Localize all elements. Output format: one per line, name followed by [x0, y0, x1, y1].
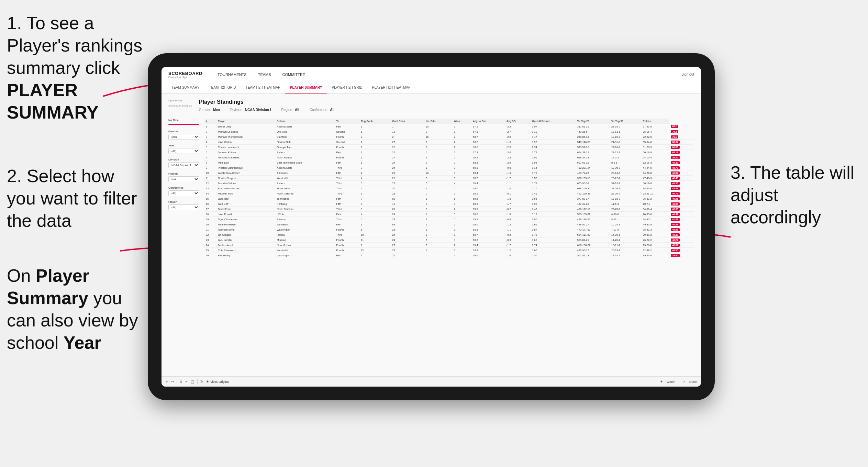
- table-cell-6-10: 2.01: [531, 155, 576, 160]
- sub-nav-player-h2h-heatmap[interactable]: PLAYER H2H HEATMAP: [367, 82, 415, 93]
- filter-no-rds-slider[interactable]: [168, 124, 199, 125]
- table-cell-11-13: 50-18-6: [642, 181, 669, 186]
- table-cell-24-10: 1.65: [531, 248, 576, 253]
- table-row[interactable]: 20Matthew RiedelVanderbiltFifth1681269.0…: [204, 222, 694, 227]
- sub-nav-team-h2h-grid[interactable]: TEAM H2H GRID: [204, 82, 241, 93]
- table-row[interactable]: 9Preston SummerhaysArizona StateThird324…: [204, 165, 694, 170]
- table-cell-7-6: 2: [424, 160, 453, 165]
- filter-conference-select[interactable]: (All): [168, 190, 199, 196]
- nav-item-teams[interactable]: TEAMS: [253, 71, 276, 78]
- refresh-icon[interactable]: ↻: [200, 380, 203, 383]
- update-time-label: Update time:: [168, 99, 192, 102]
- table-cell-25-9: -1.6: [505, 253, 531, 258]
- table-row[interactable]: 25Cole SherwoodVanderbiltFourth12231169.…: [204, 248, 694, 253]
- table-cell-15-7: 3: [453, 201, 471, 207]
- table-cell-8-4: 3: [359, 165, 391, 170]
- sub-nav-player-h2h-grid[interactable]: PLAYER H2H GRID: [327, 82, 367, 93]
- table-row[interactable]: 11Gordon SargentVanderbiltThird4210368.7…: [204, 176, 694, 181]
- table-row[interactable]: 26Petr HrubyWashingtonFifth7250168.6-1.6…: [204, 253, 694, 258]
- table-cell-25-2: Washington: [276, 253, 335, 258]
- copy-icon[interactable]: ⧉: [180, 380, 182, 384]
- table-cell-25-12: 17-14-2: [610, 253, 642, 258]
- filter-gender-select[interactable]: Men Women: [168, 134, 199, 140]
- undo-icon[interactable]: ↩: [166, 380, 168, 383]
- sub-nav-team-h2h-heatmap[interactable]: TEAM H2H HEATMAP: [241, 82, 285, 93]
- table-cell-7-4: 1: [359, 160, 391, 165]
- meta-conference: Conference: All: [310, 108, 334, 112]
- table-cell-5-13: 50-19-9: [642, 150, 669, 155]
- table-cell-11-7: 4: [453, 181, 471, 186]
- table-cell-9-2: Arkansas: [276, 170, 335, 176]
- table-cell-1-2: Ole Miss: [276, 129, 335, 134]
- table-row[interactable]: 1Wenyi DingArizona StateFirst1115167.1-3…: [204, 124, 694, 129]
- table-row[interactable]: 4Luke ClatonFlorida StateSecond1276268.2…: [204, 140, 694, 145]
- table-cell-2-7: 2: [453, 134, 471, 140]
- table-cell-9-6: 10: [424, 170, 453, 176]
- table-cell-23-3: Fourth: [335, 243, 360, 248]
- watch-label[interactable]: Watch: [667, 380, 675, 383]
- table-cell-13-4: 1: [359, 191, 391, 196]
- table-row[interactable]: 21Taehoon SongWashingtonFourth1231169.3-…: [204, 227, 694, 232]
- table-cell-4-4: 2: [359, 145, 391, 150]
- table-row[interactable]: 2Michael La SassoOle MissSecond1180167.1…: [204, 129, 694, 134]
- table-cell-21-0: 22: [204, 232, 216, 237]
- table-row[interactable]: 3Michael ThorbjornsenStanfordFourth22162…: [204, 134, 694, 140]
- table-cell-11-3: Third: [335, 181, 360, 186]
- col-avg-sg: Avg SG: [505, 119, 531, 124]
- nav-item-committee[interactable]: COMMITTEE: [278, 71, 310, 78]
- sign-out-link[interactable]: Sign out: [681, 73, 694, 76]
- table-cell-3-11: 547-140-38: [576, 140, 610, 145]
- filter-player-select[interactable]: (All): [168, 204, 199, 210]
- table-cell-0-14: 88.2: [669, 124, 694, 129]
- sub-nav-player-summary[interactable]: PLAYER SUMMARY: [285, 82, 327, 93]
- table-cell-19-14: 40.98: [669, 222, 694, 227]
- table-cell-19-9: -1.2: [505, 222, 531, 227]
- table-cell-7-0: 8: [204, 160, 216, 165]
- table-cell-19-5: 68: [391, 222, 424, 227]
- filter-player-label: Player: [168, 200, 199, 203]
- table-cell-16-6: 0: [424, 207, 453, 212]
- table-cell-8-6: 1: [424, 165, 453, 170]
- table-row[interactable]: 8Mats EgeEast Tennessee StateFifth124226…: [204, 160, 694, 165]
- table-cell-19-6: 1: [424, 222, 453, 227]
- table-cell-16-3: Third: [335, 207, 360, 212]
- share-label[interactable]: Share: [689, 380, 697, 383]
- table-row[interactable]: 12Brendan ValdesAuburnThird5770468.4-1.1…: [204, 181, 694, 186]
- nav-item-tournaments[interactable]: TOURNAMENTS: [213, 71, 252, 78]
- sub-nav-team-summary[interactable]: TEAM SUMMARY: [167, 82, 204, 93]
- table-row[interactable]: 15Jake HallTennesseeFifth7881568.5-1.51.…: [204, 196, 694, 201]
- table-row[interactable]: 14Maxwell FordNorth CarolinaThird1230369…: [204, 191, 694, 196]
- table-cell-18-11: 429-198-22: [576, 217, 610, 222]
- table-row[interactable]: 13Phichaksn MaichonTexas A&MThird6301069…: [204, 186, 694, 191]
- table-row[interactable]: 6Jackson KoivunAuburnFirst1276167.3-3.02…: [204, 150, 694, 155]
- table-row[interactable]: 16Alex GoffKentuckyFifth9190368.3-1.71.9…: [204, 201, 694, 207]
- table-row[interactable]: 22Ian GilliganFloridaThird10241168.7-0.8…: [204, 232, 694, 237]
- update-time-block: Update time: 27/03/2024 16:56:26: [168, 99, 192, 109]
- table-cell-25-8: 68.6: [471, 253, 505, 258]
- logo-area: SCOREBOARD Powered by clippi: [168, 71, 202, 78]
- table-cell-19-8: 69.0: [471, 222, 505, 227]
- table-row[interactable]: 7Nicholas GabrielesNorth FloridaFourth12…: [204, 155, 694, 160]
- table-row[interactable]: 19Tiger ChristensenArizonaThird5232069.2…: [204, 217, 694, 222]
- filter-division-select[interactable]: NCAA Division I NCAA Division II NCAA Di…: [168, 162, 199, 168]
- table-cell-13-3: Third: [335, 191, 360, 196]
- filter-region-select[interactable]: N/A All: [168, 176, 199, 182]
- cut-icon[interactable]: ✂: [185, 380, 188, 383]
- filter-year-select[interactable]: (All) First Second Third Fourth Fifth: [168, 148, 199, 154]
- paste-icon[interactable]: 📋: [190, 380, 194, 383]
- table-cell-12-11: 628-150-30: [576, 186, 610, 191]
- view-label[interactable]: View: Original: [210, 380, 229, 383]
- table-cell-23-4: 1: [359, 243, 391, 248]
- redo-icon[interactable]: ↪: [171, 380, 174, 383]
- table-row[interactable]: 17David FordNorth CarolinaThird9690269.0…: [204, 207, 694, 212]
- table-area: # Player School Yr Reg Rank Conf Rank No…: [204, 119, 694, 258]
- table-cell-6-0: 7: [204, 155, 216, 160]
- table-row[interactable]: 23Jack LundinMissouriFourth11246368.6-0.…: [204, 237, 694, 243]
- table-row[interactable]: 18Luke PowellUCLAFirst4241568.0-1.81.135…: [204, 212, 694, 217]
- table-cell-20-7: 1: [453, 227, 471, 232]
- table-row[interactable]: 5Christo LamprechtGeorgia TechFourth2212…: [204, 145, 694, 150]
- table-cell-20-1: Taehoon Song: [216, 227, 276, 232]
- table-row[interactable]: 24Bastien AmatNew MexicoFourth1272269.4-…: [204, 243, 694, 248]
- table-row[interactable]: 10Jacob Skov-OlesenArkansasFifth12510368…: [204, 170, 694, 176]
- table-cell-12-0: 13: [204, 186, 216, 191]
